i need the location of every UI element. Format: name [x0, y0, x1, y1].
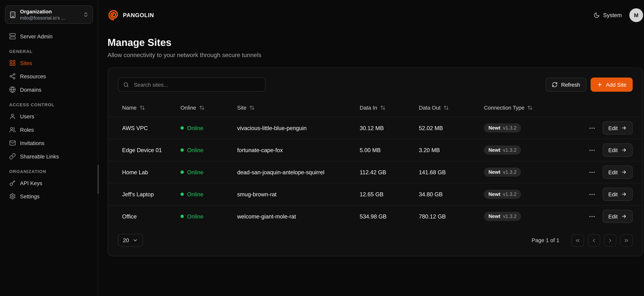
table-body: AWS VPC Online vivacious-little-blue-pen…: [108, 117, 643, 227]
section-label-access-control: ACCESS CONTROL: [9, 102, 89, 107]
sidebar-item-settings[interactable]: Settings: [5, 190, 93, 203]
column-header-connection-type[interactable]: Connection Type: [480, 104, 578, 111]
sidebar-item-invitations[interactable]: Invitations: [5, 136, 93, 150]
table-row: Edge Device 01 Online fortunate-cape-fox…: [108, 139, 643, 161]
last-page-button[interactable]: [620, 234, 633, 246]
site-status-cell: Online: [176, 147, 233, 153]
data-out-cell: 780.12 GB: [415, 213, 480, 220]
data-in-cell: 112.42 GB: [356, 169, 414, 175]
sidebar-item-resources[interactable]: Resources: [5, 70, 93, 83]
site-name-cell: Office: [118, 213, 176, 220]
brand-name: PANGOLIN: [123, 12, 154, 18]
column-label: Data Out: [419, 104, 440, 111]
site-name-cell: Jeff's Laptop: [118, 191, 176, 198]
sidebar-item-domains[interactable]: Domains: [5, 83, 93, 96]
column-header-data-in[interactable]: Data In: [356, 104, 414, 111]
refresh-button[interactable]: Refresh: [546, 78, 586, 92]
sidebar-item-users[interactable]: Users: [5, 110, 93, 123]
online-dot-icon: [180, 214, 184, 218]
data-out-cell: 3.20 MB: [415, 147, 480, 153]
avatar[interactable]: M: [629, 8, 643, 22]
refresh-label: Refresh: [561, 82, 580, 88]
site-status-cell: Online: [176, 125, 233, 131]
sidebar-item-server-admin[interactable]: Server Admin: [5, 30, 93, 43]
column-header-name[interactable]: Name: [118, 104, 176, 111]
sidebar-item-label: Settings: [20, 193, 40, 200]
theme-toggle-label: System: [603, 12, 622, 18]
edit-button[interactable]: Edit: [602, 188, 633, 201]
row-menu-button[interactable]: [587, 123, 597, 133]
ellipsis-icon: [588, 213, 596, 220]
site-name-cell: Home Lab: [118, 169, 176, 175]
org-selector[interactable]: Organization milo@fossorial.io's ...: [5, 6, 93, 24]
search-input[interactable]: [133, 81, 260, 88]
row-actions: Edit: [578, 188, 633, 201]
column-header-data-out[interactable]: Data Out: [415, 104, 480, 111]
ellipsis-icon: [588, 146, 596, 154]
site-status-cell: Online: [176, 191, 233, 198]
add-site-button[interactable]: Add Site: [590, 78, 633, 92]
mail-icon: [9, 140, 16, 146]
resources-nodes-icon: [9, 73, 16, 80]
org-email: milo@fossorial.io's ...: [20, 16, 79, 20]
site-tunnel-cell: fortunate-cape-fox: [233, 147, 356, 153]
globe-icon: [9, 86, 16, 93]
data-in-cell: 5.00 MB: [356, 147, 414, 153]
row-menu-button[interactable]: [587, 189, 597, 200]
row-menu-button[interactable]: [587, 211, 597, 222]
edit-label: Edit: [608, 169, 618, 175]
sort-icon: [444, 105, 449, 110]
edit-label: Edit: [608, 213, 618, 220]
add-site-label: Add Site: [606, 82, 626, 88]
online-label: Online: [187, 147, 204, 153]
search-box: [118, 78, 266, 92]
sidebar-item-sites[interactable]: Sites: [5, 56, 93, 70]
connection-name: Newt: [488, 191, 500, 197]
data-in-cell: 30.12 MB: [356, 125, 414, 131]
edit-button[interactable]: Edit: [602, 210, 633, 223]
data-in-cell: 12.65 GB: [356, 191, 414, 198]
edit-button[interactable]: Edit: [602, 143, 633, 157]
data-out-cell: 141.68 GB: [415, 169, 480, 175]
next-page-button[interactable]: [604, 234, 616, 246]
connection-type-badge: Newt v1.3.2: [484, 212, 521, 221]
edit-button[interactable]: Edit: [602, 121, 633, 135]
page-info: Page 1 of 1: [532, 237, 559, 244]
pager: Page 1 of 1: [532, 234, 633, 246]
chevrons-right-icon: [624, 238, 629, 243]
previous-page-button[interactable]: [588, 234, 600, 246]
building-icon: [9, 11, 16, 18]
sidebar-item-shareable-links[interactable]: Shareable Links: [5, 150, 93, 163]
column-label: Data In: [360, 104, 377, 111]
first-page-button[interactable]: [571, 234, 584, 246]
sidebar-item-api-keys[interactable]: API Keys: [5, 176, 93, 190]
page-size-select[interactable]: 20: [118, 234, 143, 247]
sidebar-scrollbar[interactable]: [98, 164, 99, 194]
edit-label: Edit: [608, 147, 618, 153]
sort-icon: [140, 105, 145, 110]
column-header-site[interactable]: Site: [233, 104, 356, 111]
arrow-right-icon: [621, 147, 627, 153]
connection-name: Newt: [488, 147, 500, 153]
sidebar-item-roles[interactable]: Roles: [5, 123, 93, 136]
app-window: Organization milo@fossorial.io's ... Ser…: [0, 0, 644, 296]
theme-toggle-button[interactable]: System: [594, 12, 622, 18]
connection-type-badge: Newt v1.3.2: [484, 190, 521, 199]
ellipsis-icon: [588, 124, 596, 132]
row-menu-button[interactable]: [587, 145, 597, 155]
arrow-right-icon: [621, 214, 627, 219]
edit-button[interactable]: Edit: [602, 166, 633, 179]
connection-version: v1.3.2: [503, 125, 516, 131]
sidebar-item-label: Invitations: [20, 140, 44, 146]
online-dot-icon: [180, 148, 184, 152]
row-menu-button[interactable]: [587, 167, 597, 177]
sort-icon: [249, 105, 255, 110]
chevrons-up-down-icon: [83, 12, 89, 18]
chevron-left-icon: [591, 238, 597, 243]
column-header-online[interactable]: Online: [176, 104, 233, 111]
connection-name: Newt: [488, 214, 500, 219]
sort-icon: [199, 105, 204, 110]
online-label: Online: [187, 125, 204, 131]
site-tunnel-cell: smug-brown-rat: [233, 191, 356, 198]
moon-icon: [594, 12, 600, 18]
